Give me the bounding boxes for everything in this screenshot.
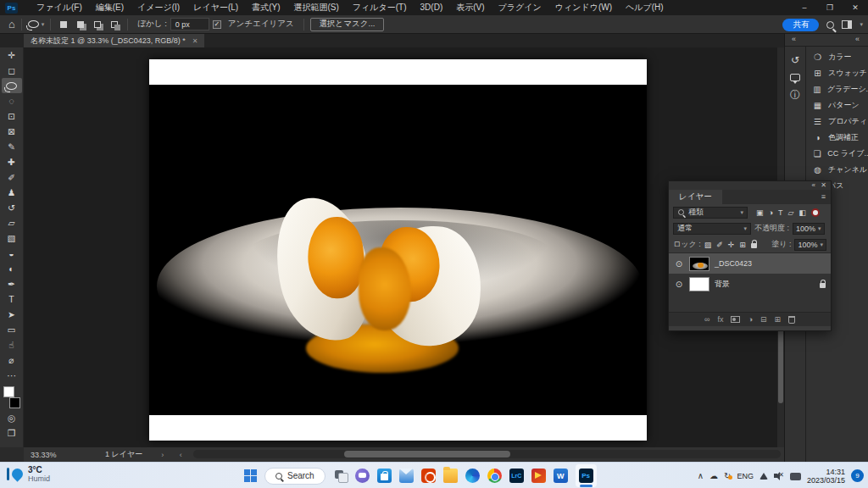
tab-close-icon[interactable]: ✕ xyxy=(192,37,198,45)
layer-thumbnail[interactable] xyxy=(689,257,709,271)
collapse-icon[interactable]: « xyxy=(812,181,815,189)
intersect-selection-icon[interactable] xyxy=(111,21,118,28)
frame-tool[interactable]: ⊠ xyxy=(2,124,22,139)
healing-brush-tool[interactable]: ✚ xyxy=(2,154,22,169)
lock-artboard-icon[interactable]: ⊞ xyxy=(739,241,746,249)
filter-smart-objects-icon[interactable]: ◧ xyxy=(798,208,806,217)
pen-tool[interactable]: ✒ xyxy=(2,276,22,291)
new-selection-icon[interactable] xyxy=(60,21,67,28)
select-and-mask-button[interactable]: 選択とマスク... xyxy=(310,18,385,31)
delete-layer-button[interactable] xyxy=(788,316,795,324)
panel-tab-properties[interactable]: ☰ プロパティ xyxy=(806,114,868,130)
filter-toggle[interactable] xyxy=(811,208,820,217)
task-view-icon[interactable] xyxy=(333,469,348,483)
add-mask-button[interactable] xyxy=(731,316,740,323)
layer-style-button[interactable]: fx xyxy=(717,315,723,324)
chrome-icon[interactable] xyxy=(487,469,502,483)
feather-input[interactable]: 0 px xyxy=(170,18,209,30)
photoshop-logo-icon[interactable]: Ps xyxy=(5,3,18,14)
layer-row[interactable]: ⊙ 背景 xyxy=(669,274,831,294)
comments-panel-icon[interactable] xyxy=(790,74,800,81)
info-panel-icon[interactable]: ⓘ xyxy=(787,87,804,103)
edge-icon[interactable] xyxy=(465,469,480,483)
clone-stamp-tool[interactable]: ♟ xyxy=(2,185,22,200)
document-tab[interactable]: 名称未設定 1 @ 33.3% (_DSC0423, RGB/8) * ✕ xyxy=(24,34,204,47)
menu-item[interactable]: フィルター(T) xyxy=(346,0,414,15)
restore-button[interactable]: ❐ xyxy=(817,0,843,15)
zoom-level[interactable]: 33.33% xyxy=(31,451,75,459)
eyedropper-tool[interactable]: ✎ xyxy=(2,139,22,154)
lightroom-classic-icon[interactable]: LrC xyxy=(509,469,524,483)
sync-icon[interactable]: ↻ xyxy=(724,471,731,480)
layer-row[interactable]: ⊙ _DSC0423 xyxy=(669,253,831,274)
menu-item[interactable]: 編集(E) xyxy=(89,0,131,15)
office-icon[interactable] xyxy=(421,469,436,483)
quick-mask-mode[interactable]: ◎ xyxy=(2,410,22,425)
language-indicator[interactable]: ENG xyxy=(737,472,754,480)
menu-item[interactable]: 選択範囲(S) xyxy=(287,0,346,15)
menu-item[interactable]: ウィンドウ(W) xyxy=(548,0,619,15)
microsoft-store-icon[interactable] xyxy=(377,469,392,483)
onedrive-cloud-icon[interactable]: ☁ xyxy=(709,471,718,480)
hand-tool[interactable]: ☝ xyxy=(2,337,22,352)
clock[interactable]: 14:31 2023/03/15 xyxy=(807,468,845,485)
volume-muted-icon[interactable]: ✕ xyxy=(774,472,784,480)
wifi-icon[interactable] xyxy=(760,473,768,480)
history-brush-tool[interactable]: ↺ xyxy=(2,200,22,215)
photoshop-taskbar-active[interactable]: Ps xyxy=(576,464,597,487)
visibility-eye-icon[interactable]: ⊙ xyxy=(674,280,684,289)
adjustment-layer-button[interactable]: ◑ xyxy=(748,315,752,324)
move-tool[interactable]: ✛ xyxy=(2,47,22,63)
notification-badge[interactable]: 9 xyxy=(851,469,864,482)
background-color-swatch[interactable] xyxy=(9,397,20,408)
filter-shape-layers-icon[interactable]: ▱ xyxy=(787,208,793,217)
tray-chevron-icon[interactable]: ∧ xyxy=(698,471,704,480)
menu-item[interactable]: プラグイン xyxy=(492,0,548,15)
filter-pixel-layers-icon[interactable]: ▣ xyxy=(756,208,764,217)
panel-tab-color[interactable]: ❍ カラー xyxy=(806,49,868,65)
fill-value[interactable]: 100% ▾ xyxy=(794,239,826,251)
file-explorer-icon[interactable] xyxy=(443,469,458,483)
layer-filter-select[interactable]: 種類 ▾ xyxy=(673,207,748,219)
opacity-value[interactable]: 100% ▾ xyxy=(793,223,825,235)
status-arrows[interactable]: › ‹ xyxy=(161,451,189,459)
filter-adjustment-layers-icon[interactable]: ◑ xyxy=(769,208,773,217)
panel-tab-cc-libraries[interactable]: ❏ CC ライブ... xyxy=(806,146,868,162)
share-button[interactable]: 共有 xyxy=(782,19,819,31)
crop-tool[interactable]: ⊡ xyxy=(2,108,22,124)
visibility-eye-icon[interactable]: ⊙ xyxy=(674,259,684,269)
search-icon[interactable] xyxy=(826,21,834,29)
link-layers-button[interactable]: ∞ xyxy=(704,315,709,324)
subtract-selection-icon[interactable] xyxy=(94,21,101,28)
chevron-down-icon[interactable]: ▾ xyxy=(860,21,863,28)
collapse-panels-icon[interactable]: « xyxy=(792,35,796,43)
panel-tab-gradients[interactable]: ▥ グラデーシ... xyxy=(806,81,868,97)
canvas-area[interactable] xyxy=(24,47,777,447)
minimize-button[interactable]: – xyxy=(792,0,817,15)
weather-widget[interactable]: 3°C Humid xyxy=(7,465,50,483)
brush-tool[interactable]: ✐ xyxy=(2,169,22,185)
quick-selection-tool[interactable]: ◌ xyxy=(2,93,22,108)
chat-icon[interactable] xyxy=(355,469,370,483)
layers-tab[interactable]: レイヤー xyxy=(669,190,722,204)
menu-item[interactable]: ファイル(F) xyxy=(30,0,89,15)
lasso-tool[interactable] xyxy=(2,78,22,93)
panel-tab-patterns[interactable]: ▦ パターン xyxy=(806,97,868,114)
device-tray-icon[interactable] xyxy=(790,473,801,480)
lock-all-icon[interactable] xyxy=(751,243,757,248)
close-button[interactable]: ✕ xyxy=(843,0,868,15)
layer-thumbnail[interactable] xyxy=(689,277,709,291)
add-selection-icon[interactable] xyxy=(77,21,84,28)
close-icon[interactable]: ✕ xyxy=(821,181,826,189)
screen-mode[interactable]: ❐ xyxy=(2,425,22,441)
menu-item[interactable]: レイヤー(L) xyxy=(186,0,245,15)
type-tool[interactable]: T xyxy=(2,291,22,307)
menu-item[interactable]: 書式(Y) xyxy=(245,0,287,15)
antialias-checkbox[interactable]: ✓ xyxy=(213,20,221,29)
workspace-icon[interactable] xyxy=(842,20,852,29)
panel-tab-swatches[interactable]: ⊞ スウォッチ xyxy=(806,65,868,81)
panel-menu-icon[interactable]: ≡ xyxy=(821,192,826,201)
menu-item[interactable]: 表示(V) xyxy=(449,0,491,15)
mail-icon[interactable] xyxy=(399,469,414,483)
eraser-tool[interactable]: ▱ xyxy=(2,215,22,230)
